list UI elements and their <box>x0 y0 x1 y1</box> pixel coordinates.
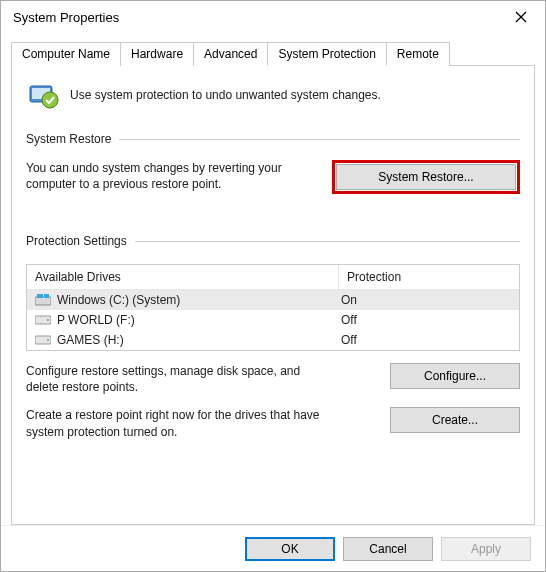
drive-hdd-icon <box>35 334 51 346</box>
create-description: Create a restore point right now for the… <box>26 407 326 439</box>
drive-row[interactable]: Windows (C:) (System) On <box>27 290 519 310</box>
svg-rect-7 <box>44 294 49 298</box>
column-header-protection[interactable]: Protection <box>339 265 519 289</box>
titlebar: System Properties <box>1 1 545 33</box>
drive-hdd-icon <box>35 314 51 326</box>
drives-body: Windows (C:) (System) On P WORLD (F:) Of… <box>27 290 519 350</box>
drive-protection: Off <box>341 333 511 347</box>
drive-row[interactable]: GAMES (H:) Off <box>27 330 519 350</box>
drives-table: Available Drives Protection Windows (C:)… <box>26 264 520 351</box>
svg-point-11 <box>47 339 49 341</box>
restore-description: You can undo system changes by reverting… <box>26 160 306 192</box>
svg-point-4 <box>42 92 58 108</box>
configure-description: Configure restore settings, manage disk … <box>26 363 326 395</box>
drive-row[interactable]: P WORLD (F:) Off <box>27 310 519 330</box>
tab-strip: Computer Name Hardware Advanced System P… <box>11 41 535 65</box>
dialog-footer: OK Cancel Apply <box>1 525 545 571</box>
window-title: System Properties <box>13 10 119 25</box>
intro-row: Use system protection to undo unwanted s… <box>26 78 520 112</box>
drive-name: GAMES (H:) <box>57 333 124 347</box>
tab-remote[interactable]: Remote <box>386 42 450 66</box>
svg-point-9 <box>47 319 49 321</box>
create-button[interactable]: Create... <box>390 407 520 433</box>
highlight-box: System Restore... <box>332 160 520 194</box>
svg-rect-5 <box>35 297 51 305</box>
drives-header-row: Available Drives Protection <box>27 265 519 290</box>
drive-name: P WORLD (F:) <box>57 313 135 327</box>
drive-protection: On <box>341 293 511 307</box>
system-restore-button[interactable]: System Restore... <box>336 164 516 190</box>
section-label-restore: System Restore <box>26 132 111 146</box>
tab-advanced[interactable]: Advanced <box>193 42 268 66</box>
intro-text: Use system protection to undo unwanted s… <box>70 88 381 102</box>
close-button[interactable] <box>501 3 541 31</box>
system-protection-icon <box>26 78 60 112</box>
drive-name: Windows (C:) (System) <box>57 293 180 307</box>
divider <box>119 139 520 140</box>
tab-system-protection[interactable]: System Protection <box>267 42 386 66</box>
tab-computer-name[interactable]: Computer Name <box>11 42 121 66</box>
cancel-button[interactable]: Cancel <box>343 537 433 561</box>
tab-hardware[interactable]: Hardware <box>120 42 194 66</box>
system-properties-window: System Properties Computer Name Hardware… <box>0 0 546 572</box>
section-label-protection: Protection Settings <box>26 234 127 248</box>
close-icon <box>515 11 527 23</box>
apply-button[interactable]: Apply <box>441 537 531 561</box>
restore-row: You can undo system changes by reverting… <box>26 160 520 194</box>
drive-protection: Off <box>341 313 511 327</box>
divider <box>135 241 520 242</box>
tab-panel-system-protection: Use system protection to undo unwanted s… <box>11 65 535 525</box>
svg-rect-6 <box>37 294 43 298</box>
column-header-drives[interactable]: Available Drives <box>27 265 339 289</box>
section-header-restore: System Restore <box>26 132 520 146</box>
ok-button[interactable]: OK <box>245 537 335 561</box>
content-area: Computer Name Hardware Advanced System P… <box>1 33 545 525</box>
create-row: Create a restore point right now for the… <box>26 407 520 439</box>
configure-row: Configure restore settings, manage disk … <box>26 363 520 395</box>
drive-system-icon <box>35 294 51 306</box>
section-header-protection: Protection Settings <box>26 234 520 248</box>
configure-button[interactable]: Configure... <box>390 363 520 389</box>
